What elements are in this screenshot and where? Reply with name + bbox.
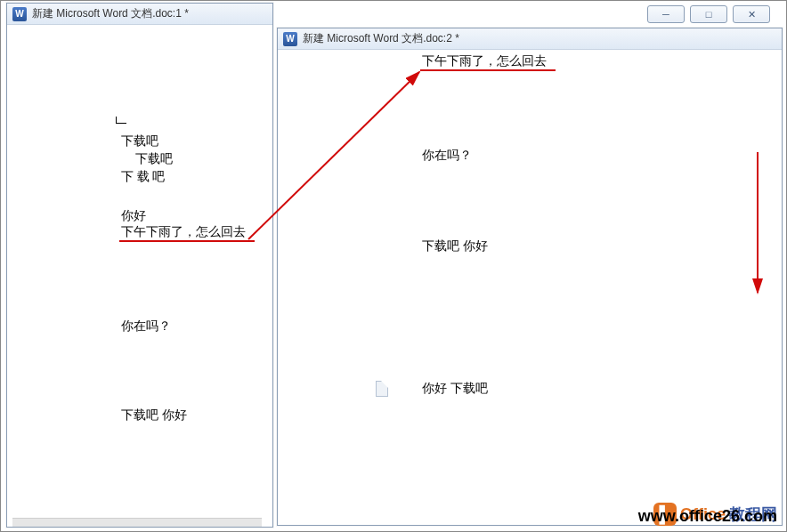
text-line-highlight: 下午下雨了，怎么回去	[422, 53, 547, 69]
minimize-button[interactable]: ─	[647, 5, 685, 23]
maximize-button[interactable]: □	[690, 5, 727, 23]
text-line: 下载吧	[135, 151, 173, 167]
titlebar-1[interactable]: W 新建 Microsoft Word 文档.doc:1 *	[7, 4, 272, 25]
text-line-highlight: 下午下雨了，怎么回去	[121, 224, 246, 240]
watermark-url: www.office26.com	[638, 507, 777, 526]
window-title-1: 新建 Microsoft Word 文档.doc:1 *	[32, 6, 189, 21]
page-break-icon	[376, 381, 388, 397]
word-icon: W	[283, 32, 297, 46]
text-line: 你在吗？	[422, 148, 472, 164]
word-icon: W	[12, 7, 27, 21]
text-line: 下 载 吧	[121, 169, 165, 185]
close-button[interactable]: ✕	[733, 5, 770, 23]
red-underline	[420, 69, 556, 71]
red-underline	[119, 240, 255, 242]
minimize-icon: ─	[662, 9, 669, 20]
window-controls: ─ □ ✕	[647, 5, 770, 23]
text-line: 你在吗？	[121, 318, 171, 335]
document-window-2[interactable]: W 新建 Microsoft Word 文档.doc:2 * 下午下雨了，怎么回…	[277, 28, 783, 526]
horizontal-scrollbar[interactable]	[12, 518, 262, 527]
maximize-icon: □	[706, 9, 712, 20]
text-line: 下载吧	[121, 133, 158, 149]
text-line: 下载吧 你好	[121, 407, 187, 423]
text-line: 下载吧 你好	[422, 238, 488, 254]
text-line: 你好	[121, 208, 146, 224]
close-icon: ✕	[748, 9, 756, 20]
window-title-2: 新建 Microsoft Word 文档.doc:2 *	[303, 31, 459, 46]
titlebar-2[interactable]: W 新建 Microsoft Word 文档.doc:2 *	[278, 28, 782, 50]
text-line: 你好 下载吧	[422, 381, 488, 397]
text-cursor-mark	[116, 117, 126, 124]
document-window-1[interactable]: W 新建 Microsoft Word 文档.doc:1 * 下载吧 下载吧 下…	[6, 3, 273, 528]
document-area-2[interactable]: 下午下雨了，怎么回去 你在吗？ 下载吧 你好 你好 下载吧	[278, 50, 782, 525]
document-area-1[interactable]: 下载吧 下载吧 下 载 吧 你好 下午下雨了，怎么回去 你在吗？ 下载吧 你好	[7, 25, 272, 527]
